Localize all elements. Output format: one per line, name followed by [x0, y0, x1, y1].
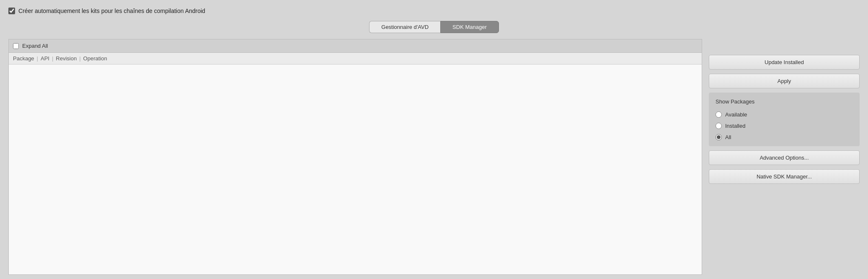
tab-sdk-manager[interactable]: SDK Manager: [440, 21, 499, 33]
package-table: Package | API | Revision | Operation: [8, 52, 702, 275]
radio-all-input[interactable]: [716, 134, 722, 140]
advanced-options-button[interactable]: Advanced Options...: [709, 150, 860, 165]
expand-all-label: Expand All: [22, 43, 48, 49]
expand-all-checkbox[interactable]: [13, 43, 19, 49]
show-packages-title: Show Packages: [716, 98, 853, 105]
radio-available[interactable]: Available: [716, 111, 853, 118]
column-package: Package: [13, 55, 34, 62]
update-installed-button[interactable]: Update Installed: [709, 55, 860, 70]
column-revision: Revision: [56, 55, 77, 62]
show-packages-box: Show Packages Available Installed All: [709, 93, 860, 146]
table-header: Package | API | Revision | Operation: [9, 53, 702, 65]
radio-installed[interactable]: Installed: [716, 123, 853, 129]
auto-create-kits-checkbox[interactable]: [8, 8, 15, 14]
expand-all-row: Expand All: [8, 39, 702, 52]
tab-avd-manager[interactable]: Gestionnaire d'AVD: [369, 21, 440, 33]
sep-3: |: [79, 55, 80, 62]
column-operation: Operation: [83, 55, 107, 62]
sep-2: |: [52, 55, 53, 62]
radio-all-label: All: [725, 134, 731, 140]
column-api: API: [41, 55, 49, 62]
table-body: [9, 65, 702, 274]
tab-bar: Gestionnaire d'AVD SDK Manager: [8, 21, 860, 33]
right-panel: Update Installed Apply Show Packages Ava…: [709, 39, 860, 275]
radio-available-label: Available: [725, 111, 747, 118]
radio-all[interactable]: All: [716, 134, 853, 140]
radio-installed-input[interactable]: [716, 123, 722, 129]
content-area: Expand All Package | API | Revision | Op…: [8, 39, 860, 275]
radio-installed-label: Installed: [725, 123, 745, 129]
sep-1: |: [37, 55, 38, 62]
auto-create-kits-label: Créer automatiquement les kits pour les …: [18, 8, 205, 14]
radio-available-input[interactable]: [716, 111, 722, 118]
top-checkbox-row: Créer automatiquement les kits pour les …: [8, 8, 860, 14]
main-container: Créer automatiquement les kits pour les …: [0, 0, 868, 279]
apply-button[interactable]: Apply: [709, 74, 860, 88]
native-sdk-manager-button[interactable]: Native SDK Manager...: [709, 169, 860, 184]
left-panel: Expand All Package | API | Revision | Op…: [8, 39, 702, 275]
